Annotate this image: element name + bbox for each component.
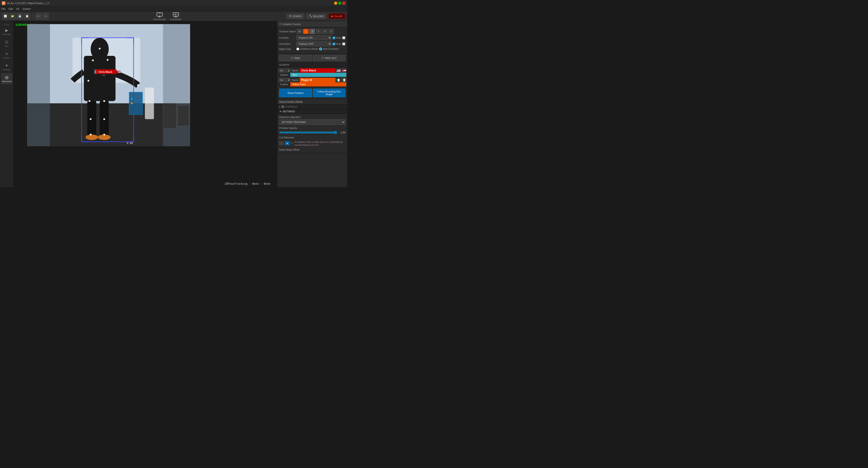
svg-text:1: 1: [95, 71, 96, 73]
svg-text:0.98: 0.98: [127, 142, 133, 145]
console-row[interactable]: ▶ ≡ CONSOLE ⋮: [277, 104, 347, 109]
follow-bbox-button[interactable]: Follow Bounding Box Height: [313, 89, 346, 97]
menu-file[interactable]: File: [1, 7, 5, 10]
svg-point-15: [107, 59, 108, 61]
in-action-auto[interactable]: [333, 36, 336, 39]
open-button[interactable]: 📂: [9, 13, 16, 20]
cleanup-label: CLEANUP: [170, 18, 182, 21]
svg-rect-52: [345, 79, 346, 82]
config-button[interactable]: ⚙ CONFIG: [286, 13, 304, 19]
take-button[interactable]: ⬡ TAKE: [279, 55, 312, 61]
take-icon: ⬡: [291, 57, 293, 59]
subline-val-1: Vizrt: [290, 73, 346, 77]
out-action-select[interactable]: Tracker1 OFF: [296, 41, 332, 46]
sidebar-item-tracking[interactable]: ◎ TRACKING: [1, 73, 12, 84]
continue-radio[interactable]: [296, 48, 299, 51]
scene-background: 1 Chris Black Vizrt 🇺🇸 0.98: [27, 24, 190, 146]
script-header: SCRIPT: [277, 63, 347, 67]
undo-button[interactable]: ↩: [35, 13, 41, 20]
svg-rect-43: [145, 88, 154, 119]
app-icon: V: [2, 1, 5, 5]
cut-toggle-on[interactable]: ●: [285, 141, 289, 145]
cut-detection-label: Cut Detection: [279, 136, 345, 139]
svg-point-11: [86, 134, 98, 140]
script-entry-1: No 1 Name Chris Black 🇺🇸 Subline Vizrt: [278, 68, 346, 77]
reset-row: Reset Pointer Offsets: [277, 99, 347, 104]
cleanup-action[interactable]: CLEANUP: [170, 12, 182, 21]
action-buttons: ⬡ TAKE ⬡ TAKE OUT: [277, 54, 347, 63]
subline-label-2: Subline: [278, 82, 290, 86]
start-out-radio[interactable]: [319, 48, 322, 51]
rp-title: Initialize Tracker: [283, 23, 301, 26]
svg-rect-5: [27, 24, 50, 146]
tracked-btn-m[interactable]: M: [297, 29, 302, 34]
reset-pointer-link[interactable]: Reset Pointer Offsets: [279, 100, 303, 103]
svg-point-41: [131, 98, 133, 100]
preview-opacity-row: 1.00: [279, 131, 345, 134]
subline-label-1: Subline: [278, 73, 290, 77]
new-button[interactable]: ⬜: [2, 13, 8, 20]
sidebar-item-script[interactable]: ≡ SCRIPT: [1, 50, 12, 61]
tracked-btn-5[interactable]: 5: [329, 29, 334, 34]
cut-detection-row: ○ ● ⓘ If enabled, when a video hard cut …: [279, 140, 345, 147]
take-out-button[interactable]: ⬡ TAKE OUT: [313, 55, 346, 61]
out-action-extra[interactable]: ⬜: [342, 42, 345, 45]
menu-viz[interactable]: Viz: [16, 7, 20, 10]
take-out-icon: ⬡: [321, 57, 324, 59]
script-entry-2: No 2 Name Player B 🇮🇹 Subline Yellow Tea…: [278, 78, 346, 86]
pose-text: 2DPoseTracking - None - None: [225, 182, 270, 185]
cleanup-icon: [172, 12, 180, 18]
menu-system[interactable]: System: [23, 7, 31, 10]
script-icon: ≡: [5, 52, 8, 56]
cut-info-icon[interactable]: ⓘ: [291, 142, 293, 145]
sidebar-item-actions[interactable]: ▶ ACTIONS: [1, 26, 12, 37]
script-flag-select-2[interactable]: [342, 78, 346, 82]
detection-algorithm-select[interactable]: 2D POSE TRACKING: [279, 119, 345, 125]
actions-icon: ▶: [5, 28, 8, 33]
on-air-button[interactable]: ▶ ON-AIR: [329, 13, 345, 19]
menu-edit[interactable]: Edit: [8, 7, 13, 10]
canvas-area[interactable]: 1205401 (10): [13, 21, 277, 187]
file-tools: ⬜ 📂 💾 📋 ↩ ↪: [2, 13, 49, 20]
preview-opacity-slider[interactable]: [279, 131, 337, 134]
svg-rect-44: [163, 103, 177, 128]
sidebar-item-set[interactable]: ⊙ SET: [1, 38, 12, 49]
svg-point-16: [88, 80, 89, 82]
out-action-auto[interactable]: [333, 42, 336, 45]
script-flag-select-1[interactable]: [342, 68, 346, 73]
subline-val-2: Yellow Team: [290, 82, 346, 86]
script-flag-2: 🇮🇹: [336, 78, 342, 82]
in-action-extra[interactable]: ⬜: [342, 36, 345, 39]
cut-toggle-off[interactable]: ○: [279, 141, 284, 145]
redo-button[interactable]: ↪: [42, 13, 49, 20]
sidebar-item-design[interactable]: ✦ DESIGN: [1, 61, 12, 72]
tracked-btn-4[interactable]: 4: [322, 29, 328, 34]
initialize-label: INITIALIZE: [153, 18, 166, 21]
save-button[interactable]: 💾: [17, 13, 23, 20]
script-name-val-1: Chris Black: [300, 68, 336, 73]
svg-point-42: [131, 102, 133, 104]
close-button[interactable]: [342, 2, 345, 5]
builder-button[interactable]: 🔧 BUILDER: [307, 13, 327, 19]
svg-point-20: [90, 118, 92, 120]
toolbar: ⬜ 📂 💾 📋 ↩ ↪ INITIALIZE CLEANUP ⚙ CONFIG …: [0, 11, 347, 21]
svg-point-13: [99, 48, 101, 50]
initialize-action[interactable]: INITIALIZE: [153, 12, 166, 21]
tools-label: Tools: [4, 24, 9, 26]
minimize-button[interactable]: [334, 2, 337, 5]
tracked-object-label: Tracked Object: [279, 30, 296, 33]
tracked-btn-1[interactable]: 1: [303, 29, 309, 34]
settings-label: SETTINGS: [283, 110, 295, 113]
app-title: Viz Arc 1.8.0.2071 ObjectTracker_1_2*: [7, 2, 334, 4]
tracking-icon: ◎: [5, 75, 8, 80]
settings-row[interactable]: ▼ SETTINGS: [277, 109, 347, 114]
svg-rect-51: [344, 79, 345, 82]
in-action-select[interactable]: Tracker1 ON: [296, 35, 332, 40]
right-panel: ⬡ Initialize Tracker Tracked Object M 1 …: [277, 21, 347, 187]
tracked-btn-3[interactable]: 3: [316, 29, 321, 34]
maximize-button[interactable]: [338, 2, 341, 5]
show-pointers-button[interactable]: Show Pointers: [279, 89, 312, 97]
saveas-button[interactable]: 📋: [24, 13, 30, 20]
tracked-btn-2[interactable]: 2: [309, 29, 315, 34]
pointer-buttons: Show Pointers Follow Bounding Box Height: [277, 87, 347, 99]
